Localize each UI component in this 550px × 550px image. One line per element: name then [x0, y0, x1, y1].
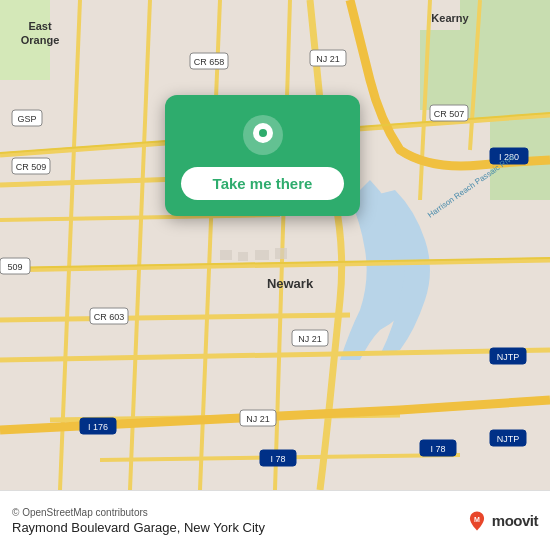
svg-text:CR 509: CR 509: [16, 162, 47, 172]
moovit-pin-icon: M: [466, 510, 488, 532]
popup-card: Take me there: [165, 95, 360, 216]
svg-text:M: M: [474, 515, 480, 522]
svg-text:NJ 21: NJ 21: [316, 54, 340, 64]
svg-text:NJTP: NJTP: [497, 434, 520, 444]
svg-text:509: 509: [7, 262, 22, 272]
svg-rect-24: [275, 248, 287, 259]
svg-text:CR 658: CR 658: [194, 57, 225, 67]
svg-text:CR 507: CR 507: [434, 109, 465, 119]
svg-rect-23: [255, 250, 269, 260]
map-view: CR 658 NJ 21 CR 507 CR 508 CR 509 GSP I …: [0, 0, 550, 490]
svg-text:I 78: I 78: [270, 454, 285, 464]
moovit-logo: M moovit: [466, 510, 538, 532]
svg-text:East: East: [28, 20, 52, 32]
svg-rect-21: [220, 250, 232, 260]
svg-text:I 78: I 78: [430, 444, 445, 454]
svg-text:NJ 21: NJ 21: [246, 414, 270, 424]
svg-text:Kearny: Kearny: [431, 12, 469, 24]
svg-text:Orange: Orange: [21, 34, 60, 46]
location-name: Raymond Boulevard Garage, New York City: [12, 520, 265, 535]
map-attribution: © OpenStreetMap contributors: [12, 507, 265, 518]
svg-text:NJ 21: NJ 21: [298, 334, 322, 344]
svg-text:I 176: I 176: [88, 422, 108, 432]
bottom-bar: © OpenStreetMap contributors Raymond Bou…: [0, 490, 550, 550]
take-me-there-button[interactable]: Take me there: [181, 167, 344, 200]
svg-point-65: [259, 129, 267, 137]
svg-text:Newark: Newark: [267, 276, 314, 291]
svg-rect-22: [238, 252, 248, 261]
moovit-brand-text: moovit: [492, 512, 538, 529]
svg-text:NJTP: NJTP: [497, 352, 520, 362]
svg-text:GSP: GSP: [17, 114, 36, 124]
location-pin-icon: [241, 113, 285, 157]
svg-text:CR 603: CR 603: [94, 312, 125, 322]
